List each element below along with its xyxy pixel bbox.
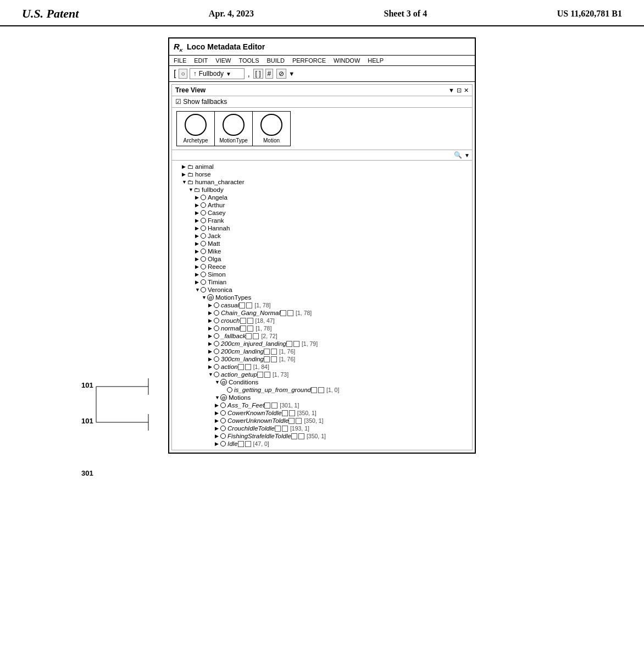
- tree-checkbox[interactable]: [247, 326, 253, 332]
- menu-tools[interactable]: TOOLS: [238, 57, 259, 64]
- tree-pin-icon[interactable]: ▼: [448, 87, 454, 94]
- menu-help[interactable]: HELP: [368, 57, 384, 64]
- toolbar-bracket-icon[interactable]: [ ]: [253, 69, 263, 79]
- tree-item[interactable]: ▶Matt: [172, 240, 472, 247]
- tree-item[interactable]: ▼@Motions: [172, 394, 472, 401]
- tree-checkbox[interactable]: [291, 433, 297, 439]
- search-icon[interactable]: 🔍: [454, 151, 462, 159]
- tree-item[interactable]: ▶Idle[47, 0]: [172, 440, 472, 448]
- tree-item[interactable]: ▶300cm_landing[1, 76]: [172, 355, 472, 363]
- toolbar-dropdown-arrow2[interactable]: ▼: [288, 70, 295, 77]
- tree-dock-icon[interactable]: ⊡: [457, 87, 462, 94]
- tree-item[interactable]: ▶Mike: [172, 247, 472, 255]
- tree-checkbox[interactable]: [282, 410, 288, 416]
- show-fallbacks-label[interactable]: ☑ Show fallbacks: [175, 98, 227, 106]
- tree-checkbox[interactable]: [264, 372, 270, 378]
- tree-item[interactable]: ▶Olga: [172, 255, 472, 263]
- tree-item[interactable]: ▶Frank: [172, 217, 472, 224]
- toolbar-help-icon[interactable]: ⊘: [276, 69, 286, 79]
- menu-edit[interactable]: EDIT: [194, 57, 208, 64]
- tree-close-icon[interactable]: ✕: [464, 87, 469, 94]
- tree-item[interactable]: is_getting_up_from_ground[1, 0]: [172, 386, 472, 394]
- tree-item[interactable]: ▶CowerUnknownToldle[350, 1]: [172, 417, 472, 425]
- tree-item[interactable]: ▼🗀fullbody: [172, 186, 472, 194]
- tree-item[interactable]: ▶Chain_Gang_Normal[1, 78]: [172, 309, 472, 317]
- tree-checkbox[interactable]: [271, 356, 277, 362]
- search-dropdown-icon[interactable]: ▼: [464, 152, 470, 158]
- tree-item-label: Reece: [208, 263, 226, 270]
- tree-checkbox[interactable]: [289, 410, 295, 416]
- tree-item[interactable]: ▶🗀animal: [172, 163, 472, 170]
- tree-item[interactable]: ▼action_getup[1, 73]: [172, 371, 472, 378]
- tree-item[interactable]: ▶_fallback[2, 72]: [172, 332, 472, 340]
- tree-checkbox[interactable]: [293, 341, 299, 347]
- tree-checkbox[interactable]: [238, 441, 244, 447]
- tree-checkbox[interactable]: [240, 326, 246, 332]
- menu-build[interactable]: BUILD: [267, 57, 285, 64]
- tree-item[interactable]: ▶🗀horse: [172, 170, 472, 178]
- tree-item[interactable]: ▶action[1, 84]: [172, 363, 472, 371]
- tree-checkbox[interactable]: [288, 418, 295, 424]
- menu-perforce[interactable]: PERFORCE: [292, 57, 326, 64]
- tree-item[interactable]: ▶CrouchIdleToldle[193, 1]: [172, 425, 472, 432]
- tree-checkbox[interactable]: [246, 302, 252, 308]
- app-window: RK Loco Metadata Editor FILE EDIT VIEW T…: [168, 37, 476, 454]
- toolbar-dropdown[interactable]: ↑ Fullbody ▼: [190, 68, 245, 79]
- tree-item[interactable]: ▶Hannah: [172, 224, 472, 232]
- tree-checkbox[interactable]: [298, 433, 304, 439]
- menu-view[interactable]: VIEW: [215, 57, 231, 64]
- tree-checkbox[interactable]: [286, 341, 292, 347]
- tree-item[interactable]: ▶Angela: [172, 194, 472, 201]
- tree-item[interactable]: ▶Jack: [172, 232, 472, 240]
- tree-item[interactable]: ▶Arthur: [172, 201, 472, 209]
- tree-item[interactable]: ▶CowerKnownToldle[350, 1]: [172, 409, 472, 417]
- tree-item[interactable]: ▼@MotionTypes: [172, 294, 472, 301]
- tree-item[interactable]: ▼@Conditions: [172, 378, 472, 386]
- tree-checkbox[interactable]: [245, 441, 251, 447]
- tree-checkbox[interactable]: [238, 364, 244, 370]
- tree-checkbox[interactable]: [271, 349, 277, 355]
- tree-checkbox[interactable]: [280, 310, 286, 316]
- tree-item[interactable]: ▼🗀human_character: [172, 178, 472, 186]
- tree-checkbox[interactable]: [282, 426, 288, 432]
- tree-checkbox[interactable]: [264, 403, 270, 409]
- tree-item[interactable]: ▶200cm_landing[1, 76]: [172, 348, 472, 355]
- tree-checkbox[interactable]: [275, 426, 281, 432]
- tree-checkbox[interactable]: [247, 318, 253, 324]
- tree-item[interactable]: ▶Reece: [172, 263, 472, 271]
- tree-item[interactable]: ▶200cm_injured_landing[1, 79]: [172, 340, 472, 348]
- tree-checkbox[interactable]: [239, 302, 245, 308]
- menu-file[interactable]: FILE: [174, 57, 186, 64]
- tree-bracket-value: [47, 0]: [253, 440, 269, 447]
- tree-checkbox[interactable]: [264, 349, 270, 355]
- tab-archetype[interactable]: Archetype: [176, 111, 215, 146]
- tab-motiontype[interactable]: MotionType: [214, 111, 253, 146]
- tree-checkbox[interactable]: [246, 333, 252, 339]
- tree-item[interactable]: ▶Casey: [172, 209, 472, 217]
- tree-checkbox[interactable]: [264, 356, 270, 362]
- tree-checkbox[interactable]: [253, 333, 259, 339]
- tree-item[interactable]: ▶Ass_To_Feet[301, 1]: [172, 401, 472, 409]
- tree-checkbox[interactable]: [287, 310, 293, 316]
- tree-item[interactable]: ▶normal[1, 78]: [172, 324, 472, 332]
- tree-item[interactable]: ▶Timian: [172, 278, 472, 286]
- tree-item[interactable]: ▶Simon: [172, 271, 472, 278]
- tree-content[interactable]: ▶🗀animal▶🗀horse▼🗀human_character▼🗀fullbo…: [172, 161, 472, 450]
- tree-expand-icon: ▼: [182, 179, 186, 185]
- tree-item[interactable]: ▶casual[1, 78]: [172, 301, 472, 309]
- tree-item[interactable]: ▶crouch[18, 47]: [172, 317, 472, 324]
- tree-item[interactable]: ▶FishingStrafeldleToldle[350, 1]: [172, 432, 472, 440]
- tree-checkbox[interactable]: [296, 418, 302, 424]
- tree-checkbox[interactable]: [318, 387, 324, 393]
- tree-checkbox[interactable]: [240, 318, 246, 324]
- menu-window[interactable]: WINDOW: [334, 57, 360, 64]
- toolbar-hash-icon[interactable]: #: [265, 69, 274, 79]
- toolbar-cursor-icon[interactable]: ○: [179, 69, 187, 79]
- tree-checkbox[interactable]: [311, 387, 317, 393]
- tree-checkbox[interactable]: [257, 372, 263, 378]
- tree-checkbox[interactable]: [245, 364, 251, 370]
- tab-motion[interactable]: Motion: [252, 111, 291, 146]
- tree-checkbox[interactable]: [271, 403, 277, 409]
- tree-item[interactable]: ▼Veronica: [172, 286, 472, 294]
- tree-expand-icon: ▶: [208, 349, 213, 354]
